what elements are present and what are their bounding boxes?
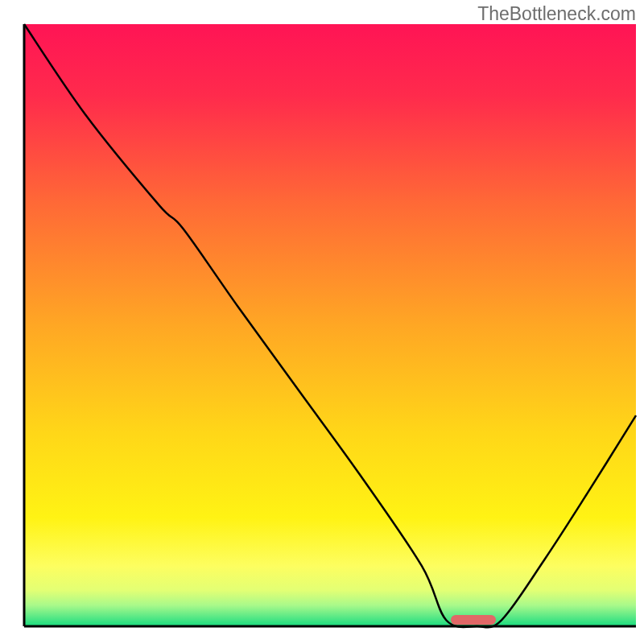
bottleneck-chart [0,0,644,644]
optimal-marker [451,615,496,625]
plot-area [24,24,636,626]
watermark-text: TheBottleneck.com [477,3,636,25]
